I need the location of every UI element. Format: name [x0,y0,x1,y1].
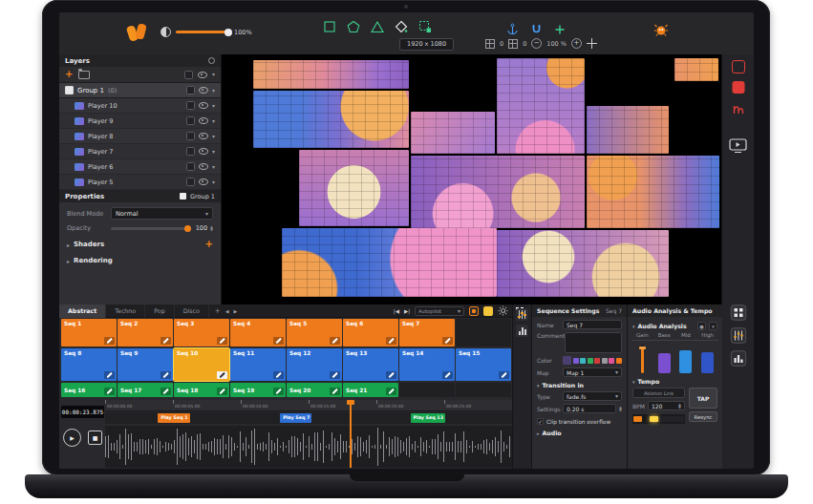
sequence-cell[interactable]: Seq 19 [230,383,286,397]
chevron-down-icon[interactable]: ▾ [212,179,215,185]
tab-pop[interactable]: Pop [145,304,174,318]
layout-a-button[interactable] [469,306,479,316]
polygon-tool-icon[interactable] [347,20,360,33]
sequence-cell[interactable]: Seq 16 [61,383,117,397]
paint-tool-icon[interactable] [395,20,408,33]
edit-pencil-icon[interactable] [442,337,453,345]
add-tab-button[interactable]: + [215,307,221,315]
analysis-settings-icon[interactable]: ▾ [709,322,717,330]
edit-pencil-icon[interactable] [273,337,284,345]
rendering-section[interactable]: ▸ Rendering [59,249,221,264]
edit-pencil-icon[interactable] [330,337,340,345]
brand-mark-icon[interactable] [732,101,744,119]
group-checkbox[interactable] [65,86,74,94]
edit-pencil-icon[interactable] [330,371,340,379]
record-icon[interactable] [732,81,744,94]
eye-icon[interactable] [199,133,208,139]
triangle-tool-icon[interactable] [371,20,384,33]
edit-pencil-icon[interactable] [104,388,115,395]
edit-pencil-icon[interactable] [442,371,453,379]
sequence-cell[interactable]: Seq 17 [118,383,173,397]
audio-input-icon[interactable]: ● [697,322,706,330]
sequence-cell[interactable]: Seq 14 [399,348,455,381]
color-swatch[interactable] [563,356,571,365]
bpm-input[interactable]: 120 ▲▼ [648,401,685,410]
layer-fx-icon[interactable] [186,178,195,186]
edit-pencil-icon[interactable] [330,388,340,395]
ableton-link-button[interactable]: Ableton Link [632,388,685,398]
autopilot-select[interactable]: Autopilot ▾ [415,306,464,316]
stop-button[interactable]: ■ [88,430,102,445]
map-select[interactable]: Map 1 ▾ [563,368,622,377]
color-swatch[interactable] [594,358,600,364]
edit-pencil-icon[interactable] [273,371,284,379]
beast-logo-icon[interactable] [653,22,669,37]
play-button[interactable]: ▶ [63,429,81,447]
eye-icon[interactable] [199,178,208,185]
sequence-cell[interactable]: Seq 7 [399,319,455,346]
sequence-cell[interactable]: Seq 12 [287,348,342,381]
chevron-down-icon[interactable]: ▾ [212,72,215,77]
layers-options-icon[interactable] [208,57,215,64]
visibility-icon[interactable] [198,72,207,78]
chevron-down-icon[interactable]: ▾ [212,88,215,94]
meter-view-icon[interactable] [730,350,746,370]
empty-slot[interactable] [456,319,511,346]
edit-pencil-icon[interactable] [499,371,509,379]
blend-mode-select[interactable]: Normal ▾ [111,207,213,220]
output-preview[interactable] [222,54,722,304]
opacity-slider[interactable] [111,227,189,230]
sequence-cell[interactable]: Seq 21 [343,383,398,397]
add-shader-button[interactable]: + [205,240,213,249]
color-swatch[interactable] [602,358,608,364]
levels-view-icon[interactable] [516,325,528,337]
transition-in-section[interactable]: ▾ Transition in [532,377,627,388]
playhead[interactable] [350,400,352,468]
edit-pencil-icon[interactable] [160,388,171,395]
layer-row[interactable]: Player 7▾ [59,144,221,159]
edit-pencil-icon[interactable] [386,337,396,345]
sequence-cell[interactable]: Seq 10 [174,348,229,381]
preview-tile[interactable] [411,112,495,154]
color-swatch[interactable] [588,358,593,364]
preview-tile[interactable] [587,106,669,154]
add-icon[interactable] [554,21,566,39]
center-view-icon[interactable] [587,38,597,49]
resync-button[interactable]: Resync [689,411,717,422]
grid-view-icon[interactable] [730,304,746,325]
group-fx-icon[interactable] [186,86,195,94]
edit-pencil-icon[interactable] [217,388,227,395]
timeline-ruler[interactable]: 00:00:00.0000:00:05.0000:00:10.0000:00:1… [105,400,512,411]
bpm-stepper[interactable]: ▲▼ [678,403,681,409]
sequence-cell[interactable]: Seq 9 [118,348,173,381]
chevron-down-icon[interactable]: ▾ [212,164,215,170]
edit-pencil-icon[interactable] [273,388,284,395]
chevron-down-icon[interactable]: ▾ [212,103,215,109]
edit-pencil-icon[interactable] [160,337,171,345]
add-layer-button[interactable]: + [65,70,73,79]
sequence-cell[interactable]: Seq 18 [174,383,229,397]
eye-icon[interactable] [199,148,208,155]
external-display-icon[interactable] [729,138,748,158]
preview-tile[interactable] [497,230,669,297]
timeline-clip[interactable]: Play Seq 13 [411,413,446,423]
magnet-snap-icon[interactable] [530,21,543,39]
sequence-cell[interactable]: Seq 2 [118,319,173,346]
chevron-down-icon[interactable]: ▾ [212,118,215,124]
rectangle-tool-icon[interactable] [323,20,336,33]
chevron-down-icon[interactable]: ▾ [212,134,215,139]
layout-b-button[interactable] [483,306,493,316]
gear-icon[interactable] [498,302,508,320]
edit-pencil-icon[interactable] [104,337,115,345]
layer-group-row[interactable]: Group 1 (0) ▾ [59,83,221,98]
layer-fx-icon[interactable] [186,162,195,171]
overflow-checkbox[interactable] [537,418,544,425]
add-group-icon[interactable] [78,71,90,79]
shaders-section[interactable]: ▸ Shaders + [59,232,221,249]
color-swatch[interactable] [616,358,622,364]
solo-icon[interactable] [184,71,193,79]
sequence-cell[interactable]: Seq 1 [61,319,117,346]
faders-view-icon[interactable] [516,308,528,321]
go-start-icon[interactable]: |◀ [394,308,399,314]
opacity-stepper[interactable]: ▲▼ [210,225,213,231]
